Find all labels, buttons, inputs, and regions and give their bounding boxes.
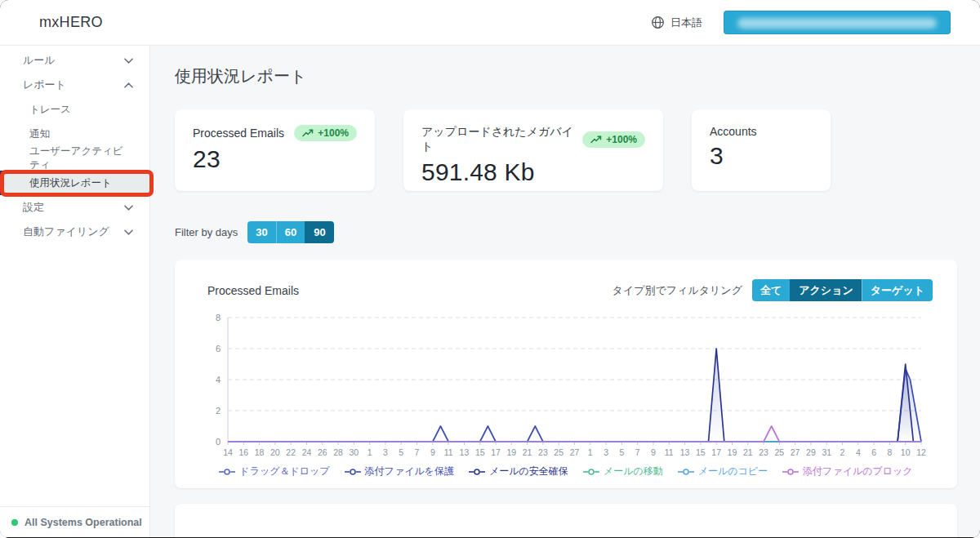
processed-emails-chart: 0246814161820222426283013579111315171921… (199, 311, 929, 463)
account-button[interactable] (724, 11, 951, 34)
svg-text:13: 13 (460, 447, 470, 457)
legend-marker-icon (469, 468, 485, 476)
redacted-account-text (737, 18, 937, 29)
svg-text:10: 10 (901, 447, 911, 457)
stat-value: 591.48 Kb (421, 158, 645, 186)
chevron-down-icon (124, 229, 133, 235)
svg-text:22: 22 (286, 447, 296, 457)
svg-text:26: 26 (318, 447, 327, 457)
svg-text:9: 9 (430, 447, 435, 457)
stat-value: 23 (193, 145, 357, 173)
days-filter-30-button[interactable]: 30 (247, 221, 275, 243)
sidebar-item-trace[interactable]: トレース (0, 97, 149, 122)
type-filter-group: 全て アクション ターゲット (752, 279, 933, 301)
legend-marker-icon (583, 468, 599, 476)
svg-text:11: 11 (665, 447, 674, 457)
legend-marker-icon (782, 468, 799, 476)
svg-text:18: 18 (255, 447, 265, 457)
stat-card-accounts: Accounts 3 (692, 109, 831, 191)
legend-marker-icon (219, 468, 235, 476)
top-bar: mxHERO 日本語 (0, 0, 980, 46)
legend-marker-icon (345, 468, 361, 476)
svg-text:4: 4 (856, 447, 861, 457)
svg-text:1: 1 (588, 447, 593, 457)
svg-text:14: 14 (223, 447, 233, 457)
sidebar-item-user-activity[interactable]: ユーザーアクティビティ (0, 146, 149, 171)
legend-item[interactable]: メールの安全確保 (469, 465, 568, 478)
svg-text:2: 2 (216, 406, 220, 416)
type-filter-label: タイプ別でフィルタリング (612, 283, 742, 298)
trend-value: +100% (318, 127, 349, 139)
chevron-up-icon (124, 82, 133, 88)
stat-cards: Processed Emails +100% 23 アップロードされたメガバイト (175, 109, 957, 191)
legend-label: メールのコピー (698, 465, 768, 478)
stat-label: Processed Emails (193, 127, 284, 140)
svg-text:19: 19 (728, 447, 737, 457)
sidebar-item-label: ユーザーアクティビティ (29, 145, 133, 172)
legend-label: 添付ファイルのブロック (803, 465, 913, 478)
svg-text:6: 6 (871, 447, 876, 457)
days-filter-60-button[interactable]: 60 (276, 221, 305, 243)
svg-text:19: 19 (506, 447, 516, 457)
trending-up-icon (302, 129, 314, 137)
svg-text:27: 27 (570, 447, 580, 457)
days-filter-90-button[interactable]: 90 (305, 221, 333, 243)
svg-text:8: 8 (216, 313, 220, 322)
sidebar-item-label: 設定 (23, 200, 44, 215)
svg-text:7: 7 (415, 447, 420, 457)
type-filter-all-button[interactable]: 全て (752, 279, 790, 301)
sidebar-item-rules[interactable]: ルール (0, 48, 149, 73)
svg-text:27: 27 (791, 447, 800, 457)
page-title: 使用状況レポート (175, 65, 957, 87)
sidebar-item-reports[interactable]: レポート (0, 73, 149, 97)
type-filter-action-button[interactable]: アクション (790, 279, 862, 301)
svg-text:5: 5 (399, 447, 403, 457)
sidebar-item-label: トレース (29, 103, 71, 117)
svg-text:4: 4 (216, 375, 220, 385)
legend-item[interactable]: 添付ファイルを保護 (345, 465, 454, 478)
svg-text:12: 12 (916, 447, 926, 457)
sidebar-item-label: 通知 (29, 127, 50, 141)
chevron-down-icon (124, 205, 133, 211)
system-status: All Systems Operational (0, 506, 149, 537)
stat-value: 3 (710, 142, 813, 170)
chart-legend: ドラッグ＆ドロップ添付ファイルを保護メールの安全確保メールの移動メールのコピー添… (199, 465, 933, 478)
legend-label: メールの移動 (604, 465, 663, 478)
chart-title: Processed Emails (207, 284, 299, 297)
svg-text:0: 0 (216, 437, 220, 447)
sidebar-item-notifications[interactable]: 通知 (0, 122, 149, 146)
sidebar-item-label: レポート (23, 78, 66, 92)
legend-label: ドラッグ＆ドロップ (239, 465, 329, 478)
type-filter-target-button[interactable]: ターゲット (862, 279, 933, 301)
svg-text:1: 1 (368, 447, 372, 457)
svg-text:15: 15 (696, 447, 706, 457)
stat-label: Accounts (710, 125, 757, 138)
legend-item[interactable]: メールの移動 (583, 465, 663, 478)
app-window: mxHERO 日本語 ルール レポート (0, 0, 980, 538)
trend-badge: +100% (582, 131, 645, 148)
svg-text:17: 17 (711, 447, 721, 457)
svg-text:29: 29 (806, 447, 816, 457)
type-filter: タイプ別でフィルタリング 全て アクション ターゲット (612, 279, 933, 301)
legend-item[interactable]: メールのコピー (678, 465, 768, 478)
svg-text:25: 25 (774, 447, 784, 457)
svg-text:31: 31 (822, 447, 831, 457)
svg-text:25: 25 (554, 447, 564, 457)
svg-text:30: 30 (350, 447, 359, 457)
svg-text:16: 16 (238, 447, 248, 457)
sidebar-item-auto-filing[interactable]: 自動ファイリング (0, 220, 149, 244)
svg-text:15: 15 (475, 447, 485, 457)
days-filter: Filter by days 30 60 90 (175, 221, 957, 243)
svg-text:7: 7 (635, 447, 640, 457)
language-selector[interactable]: 日本語 (651, 16, 702, 30)
legend-item[interactable]: ドラッグ＆ドロップ (219, 465, 329, 478)
trend-badge: +100% (294, 125, 357, 141)
days-filter-group: 30 60 90 (247, 221, 333, 243)
svg-text:17: 17 (491, 447, 501, 457)
legend-item[interactable]: 添付ファイルのブロック (782, 465, 913, 478)
globe-icon (651, 16, 665, 29)
sidebar-item-settings[interactable]: 設定 (0, 195, 149, 220)
days-filter-label: Filter by days (175, 226, 238, 238)
svg-text:3: 3 (383, 447, 388, 457)
sidebar-item-usage-report[interactable]: 使用状況レポート (0, 171, 149, 195)
